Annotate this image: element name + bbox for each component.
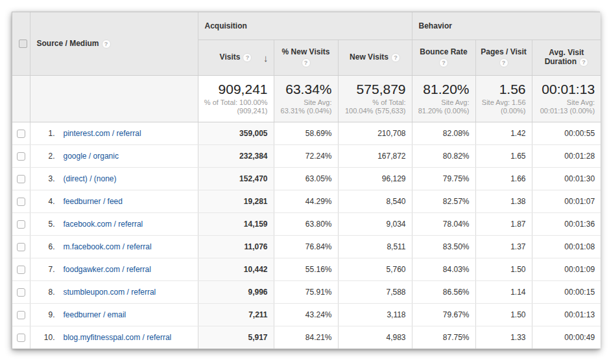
- row-number: 4.: [38, 197, 55, 206]
- new-visits-cell: 7,588: [338, 280, 412, 303]
- avg-visit-duration-cell: 00:00:55: [532, 122, 601, 144]
- visits-cell: 11,076: [198, 235, 274, 258]
- row-checkbox[interactable]: [17, 334, 25, 342]
- table-row: 9.feedburner / email 7,211 43.24% 3,118 …: [12, 303, 601, 326]
- avg-visit-duration-label: Avg. Visit Duration: [545, 48, 584, 66]
- table-row: 7.foodgawker.com / referral 10,442 55.16…: [12, 258, 601, 280]
- table-row: 2.google / organic 232,384 72.24% 167,87…: [12, 144, 601, 167]
- row-number: 2.: [38, 152, 55, 161]
- row-checkbox-cell: [12, 235, 30, 258]
- bounce-rate-cell: 80.82%: [412, 144, 475, 167]
- pct-new-visits-cell: 63.05%: [274, 167, 338, 190]
- row-checkbox[interactable]: [17, 175, 25, 183]
- new-visits-cell: 167,872: [338, 144, 412, 167]
- source-medium-cell: 10.blog.myfitnesspal.com / referral: [30, 326, 198, 348]
- column-header-bounce-rate[interactable]: Bounce Rate ?: [412, 40, 475, 75]
- pct-new-visits-label: % New Visits: [282, 47, 330, 56]
- pages-per-visit-cell: 1.33: [475, 326, 532, 348]
- avg-visit-duration-cell: 00:01:13: [532, 303, 601, 326]
- row-number: 8.: [38, 288, 55, 297]
- totals-visits: 909,241 % of Total: 100.00% (909,241): [198, 75, 274, 122]
- source-medium-link[interactable]: foodgawker.com / referral: [64, 265, 151, 274]
- source-medium-cell: 2.google / organic: [30, 144, 198, 167]
- source-medium-link[interactable]: (direct) / (none): [64, 174, 117, 183]
- row-checkbox[interactable]: [17, 198, 25, 206]
- table-body: 1.pinterest.com / referral 359,005 58.69…: [12, 122, 601, 348]
- source-medium-link[interactable]: stumbleupon.com / referral: [64, 288, 156, 297]
- select-all-cell: [12, 12, 30, 75]
- source-medium-cell: 3.(direct) / (none): [30, 167, 198, 190]
- pages-per-visit-cell: 1.14: [475, 280, 532, 303]
- table-row: 5.facebook.com / referral 14,159 63.80% …: [12, 212, 601, 235]
- row-number: 10.: [38, 333, 55, 342]
- table-row: 4.feedburner / feed 19,281 44.29% 8,540 …: [12, 190, 601, 212]
- summary-section: 909,241 % of Total: 100.00% (909,241) 63…: [12, 75, 601, 122]
- row-checkbox[interactable]: [17, 130, 25, 138]
- column-header-avg-visit-duration[interactable]: Avg. Visit Duration?: [532, 40, 601, 75]
- new-visits-cell: 96,129: [338, 167, 412, 190]
- visits-label: Visits: [220, 52, 241, 62]
- row-checkbox[interactable]: [17, 311, 25, 319]
- table-row: 8.stumbleupon.com / referral 9,996 75.91…: [12, 280, 601, 303]
- row-checkbox-cell: [12, 280, 30, 303]
- row-checkbox[interactable]: [17, 220, 25, 229]
- pct-new-visits-cell: 84.21%: [274, 326, 338, 348]
- new-visits-cell: 5,760: [338, 258, 412, 280]
- new-visits-label: New Visits: [350, 52, 388, 62]
- pages-per-visit-cell: 1.50: [475, 303, 532, 326]
- help-icon[interactable]: ?: [439, 58, 448, 67]
- visits-cell: 10,442: [198, 258, 274, 280]
- help-icon[interactable]: ?: [243, 53, 252, 62]
- row-number: 1.: [38, 129, 55, 138]
- column-header-source-medium[interactable]: Source / Medium?: [30, 12, 198, 75]
- help-icon[interactable]: ?: [102, 40, 111, 49]
- help-icon[interactable]: ?: [391, 53, 400, 62]
- totals-avg-visit-duration: 00:01:13 Site Avg: 00:01:13 (0.00%): [532, 75, 601, 122]
- row-checkbox[interactable]: [17, 288, 25, 297]
- source-medium-link[interactable]: google / organic: [64, 152, 119, 161]
- sort-descending-icon[interactable]: ↓: [263, 52, 269, 63]
- row-checkbox-cell: [12, 144, 30, 167]
- avg-visit-duration-cell: 00:00:15: [532, 280, 601, 303]
- row-checkbox-cell: [12, 122, 30, 144]
- source-medium-link[interactable]: feedburner / email: [64, 310, 126, 319]
- row-checkbox[interactable]: [17, 266, 25, 274]
- source-medium-link[interactable]: m.facebook.com / referral: [64, 242, 152, 251]
- row-checkbox[interactable]: [17, 243, 25, 251]
- source-medium-link[interactable]: feedburner / feed: [64, 197, 123, 206]
- avg-visit-duration-cell: 00:01:28: [532, 144, 601, 167]
- select-all-checkbox[interactable]: [19, 40, 27, 48]
- group-header-behavior: Behavior: [412, 12, 601, 40]
- row-checkbox[interactable]: [17, 152, 25, 161]
- bounce-rate-cell: 79.67%: [412, 303, 475, 326]
- avg-visit-duration-cell: 00:01:30: [532, 167, 601, 190]
- help-icon[interactable]: ?: [499, 58, 508, 67]
- totals-checkbox-cell: [12, 75, 30, 122]
- table-row: 10.blog.myfitnesspal.com / referral 5,91…: [12, 326, 601, 348]
- pages-per-visit-cell: 1.66: [475, 167, 532, 190]
- source-medium-link[interactable]: pinterest.com / referral: [64, 129, 141, 138]
- visits-cell: 5,917: [198, 326, 274, 348]
- pct-new-visits-cell: 63.80%: [274, 212, 338, 235]
- totals-new-visits: 575,879 % of Total: 100.04% (575,633): [338, 75, 412, 122]
- avg-visit-duration-cell: 00:01:07: [532, 190, 601, 212]
- column-header-visits[interactable]: Visits? ↓: [198, 40, 274, 75]
- column-header-new-visits[interactable]: New Visits?: [338, 40, 412, 75]
- help-icon[interactable]: ?: [302, 58, 311, 67]
- row-checkbox-cell: [12, 258, 30, 280]
- column-header-pct-new-visits[interactable]: % New Visits ?: [274, 40, 338, 75]
- pages-per-visit-label: Pages / Visit: [481, 47, 526, 56]
- source-medium-link[interactable]: blog.myfitnesspal.com / referral: [64, 333, 172, 342]
- visits-cell: 359,005: [198, 122, 274, 144]
- column-header-pages-per-visit[interactable]: Pages / Visit ?: [475, 40, 532, 75]
- pct-new-visits-cell: 75.91%: [274, 280, 338, 303]
- source-medium-cell: 6.m.facebook.com / referral: [30, 235, 198, 258]
- help-icon[interactable]: ?: [579, 58, 588, 67]
- row-number: 9.: [38, 310, 55, 319]
- avg-visit-duration-cell: 00:01:36: [532, 212, 601, 235]
- pct-new-visits-cell: 55.16%: [274, 258, 338, 280]
- row-number: 3.: [38, 174, 55, 183]
- pages-per-visit-cell: 1.65: [475, 144, 532, 167]
- source-medium-table: Source / Medium? Acquisition Behavior Vi…: [12, 12, 601, 348]
- source-medium-link[interactable]: facebook.com / referral: [64, 220, 143, 229]
